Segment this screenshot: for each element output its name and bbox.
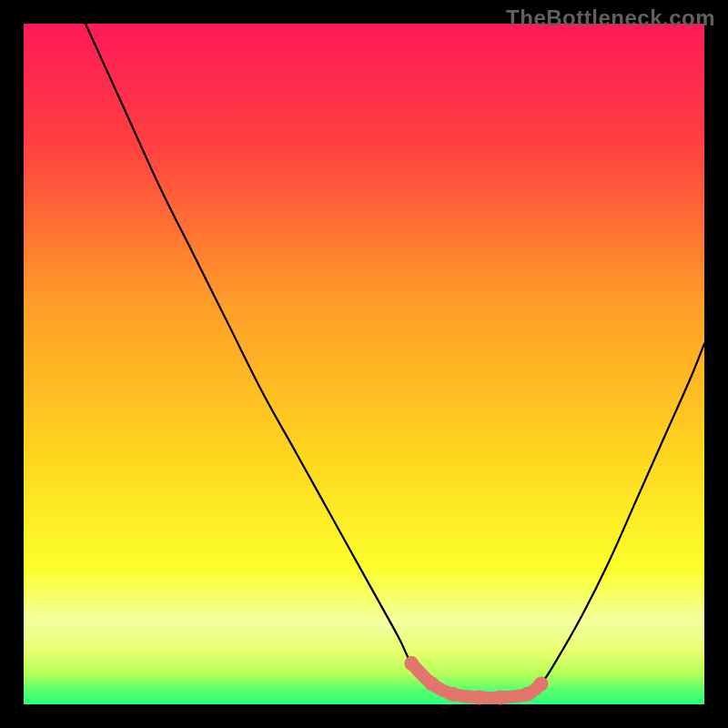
gradient-plot-background (24, 24, 704, 704)
chart-svg (0, 0, 728, 728)
chart-stage: TheBottleneck.com (0, 0, 728, 728)
optimal-zone-dot (521, 687, 535, 702)
optimal-zone-dot (493, 691, 508, 705)
optimal-zone-dot (404, 656, 419, 671)
optimal-zone-dot (472, 691, 487, 705)
optimal-zone-dot (425, 677, 440, 692)
watermark-text: TheBottleneck.com (506, 5, 715, 31)
optimal-zone-dot (533, 677, 548, 692)
optimal-zone-dot (445, 687, 460, 702)
